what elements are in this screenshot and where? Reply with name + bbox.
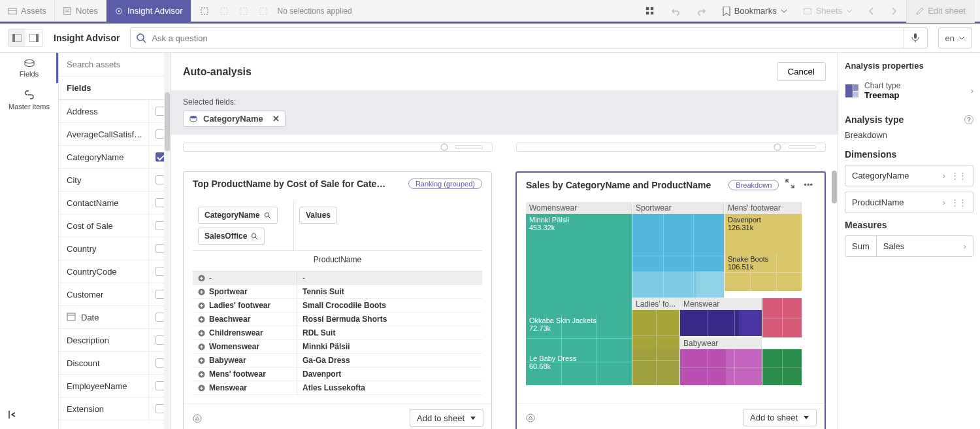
expand-icon[interactable] xyxy=(198,302,205,309)
search-assets-input[interactable] xyxy=(59,53,171,77)
bookmarks-label: Bookmarks xyxy=(734,6,777,16)
chevron-down-icon xyxy=(846,8,853,14)
table-row[interactable]: SportwearTennis Suit xyxy=(193,285,482,299)
step-fwd-icon[interactable] xyxy=(238,6,249,16)
tab-assets[interactable]: Assets xyxy=(0,0,55,22)
table-row[interactable]: Mens' footwearDavenport xyxy=(193,368,482,381)
props-measures-label: Measures xyxy=(845,220,973,230)
collapse-rail-button[interactable] xyxy=(0,402,58,429)
expand-icon[interactable] xyxy=(198,288,205,296)
expand-icon[interactable] xyxy=(198,385,205,392)
table-row[interactable]: BabywearGa-Ga Dress xyxy=(193,354,482,368)
field-row[interactable]: Date xyxy=(59,306,171,329)
table-row[interactable]: Ladies' footwearSmall Crocodile Boots xyxy=(193,299,482,313)
expand-icon[interactable] xyxy=(198,371,205,378)
expand-icon[interactable] xyxy=(198,357,205,364)
table-row[interactable]: -- xyxy=(193,271,482,285)
clear-sel-icon[interactable] xyxy=(258,6,269,16)
mic-button[interactable] xyxy=(904,28,927,48)
drag-handle-icon[interactable]: ⋮⋮ xyxy=(951,171,966,180)
assets-icon xyxy=(8,7,17,16)
dimension-categoryname[interactable]: CategoryName›⋮⋮ xyxy=(845,165,973,186)
card-breakdown-title: Sales by CategoryName and ProductName xyxy=(526,180,722,190)
expand-icon[interactable] xyxy=(198,275,205,282)
selected-field-chip[interactable]: CategoryName ✕ xyxy=(183,111,286,127)
field-row[interactable]: Discount xyxy=(59,352,171,375)
drag-handle-icon[interactable]: ⋮⋮ xyxy=(951,197,966,207)
table-row[interactable]: WomenswearMinnki Pälsii xyxy=(193,340,482,354)
view-right-panel-button[interactable] xyxy=(25,29,42,46)
field-label: City xyxy=(67,175,148,185)
field-row[interactable]: Customer xyxy=(59,283,171,306)
bookmarks-button[interactable]: Bookmarks xyxy=(716,0,794,23)
treemap-chart[interactable]: WomenswearMinnki Pälsii453.32kOkkaba Ski… xyxy=(526,202,815,385)
expand-icon[interactable] xyxy=(198,316,205,323)
fields-scrollbar[interactable] xyxy=(164,53,171,429)
edit-sheet-button[interactable]: Edit sheet xyxy=(906,0,975,23)
svg-point-28 xyxy=(441,144,448,150)
field-row[interactable]: Extension xyxy=(59,398,171,420)
explore-icon[interactable] xyxy=(191,413,203,424)
svg-line-33 xyxy=(256,237,258,239)
remove-chip-button[interactable]: ✕ xyxy=(269,114,280,124)
cancel-button[interactable]: Cancel xyxy=(777,62,826,81)
table-row[interactable]: BeachwearRossi Bermuda Shorts xyxy=(193,313,482,326)
language-value: en xyxy=(945,33,955,43)
field-row[interactable]: City xyxy=(59,169,171,192)
expand-icon[interactable] xyxy=(198,343,205,351)
expand-icon[interactable] xyxy=(198,330,205,337)
info-icon[interactable]: ? xyxy=(964,115,973,124)
add-to-sheet-button[interactable]: Add to sheet xyxy=(410,409,483,427)
selected-field-chip-label: CategoryName xyxy=(203,114,263,124)
next-sheet-button[interactable] xyxy=(884,0,904,23)
pill-salesoffice[interactable]: SalesOffice xyxy=(198,228,265,245)
collapse-card-button[interactable] xyxy=(785,179,794,190)
tab-notes-label: Notes xyxy=(76,6,98,16)
pill-values[interactable]: Values xyxy=(299,207,337,224)
add-to-sheet-button[interactable]: Add to sheet xyxy=(743,409,817,426)
grid-icon[interactable] xyxy=(639,0,661,23)
analysis-type-value: Breakdown xyxy=(845,130,973,140)
card-peek-2 xyxy=(516,143,826,152)
treemap-cell[interactable]: Davenport126.31k xyxy=(725,214,802,253)
field-row[interactable]: AverageCallSatisfac... xyxy=(59,123,171,146)
sheets-button[interactable]: Sheets xyxy=(796,0,859,23)
prop-chart-type[interactable]: Chart type Treemap › xyxy=(845,78,973,108)
sheets-label: Sheets xyxy=(816,6,842,16)
field-row[interactable]: CategoryName xyxy=(59,146,171,169)
field-label: Description xyxy=(67,335,148,345)
table-row[interactable]: MenswearAtles Lussekofta xyxy=(193,381,482,395)
field-row[interactable]: ContactName xyxy=(59,192,171,214)
chart-type-value: Treemap xyxy=(864,90,900,100)
measure-field: Sales xyxy=(883,241,905,251)
prev-sheet-button[interactable] xyxy=(862,0,881,23)
redo-button[interactable] xyxy=(690,0,713,23)
step-back-icon[interactable] xyxy=(219,6,229,16)
tab-insight-advisor[interactable]: Insight Advisor xyxy=(106,0,191,22)
field-row[interactable]: Description xyxy=(59,329,171,352)
field-row[interactable]: Country xyxy=(59,237,171,260)
field-row[interactable]: Address xyxy=(59,100,171,123)
undo-button[interactable] xyxy=(664,0,687,23)
rail-item-master[interactable]: Master items xyxy=(0,83,58,116)
svg-point-23 xyxy=(25,60,34,63)
selection-icon[interactable] xyxy=(199,6,210,16)
tab-notes[interactable]: Notes xyxy=(55,0,106,22)
language-select[interactable]: en xyxy=(938,27,972,48)
field-row[interactable]: EmployeeName xyxy=(59,375,171,398)
table-row[interactable]: ChildrenswearRDL Suit xyxy=(193,326,482,340)
card-menu-button[interactable]: ••• xyxy=(801,180,815,190)
treemap-cell[interactable]: Minnki Pälsii453.32k xyxy=(526,214,632,315)
field-row[interactable]: CountryCode xyxy=(59,260,171,283)
dimension-productname[interactable]: ProductName›⋮⋮ xyxy=(845,192,973,213)
pivot-values-header: Values xyxy=(294,201,482,250)
view-left-panel-button[interactable] xyxy=(8,29,25,46)
pill-categoryname[interactable]: CategoryName xyxy=(198,207,278,224)
field-row[interactable]: Cost of Sale xyxy=(59,214,171,237)
auto-analysis-header: Auto-analysis Cancel xyxy=(171,53,838,91)
ask-question-input[interactable] xyxy=(152,28,903,48)
measure-sales[interactable]: Sum Sales› xyxy=(845,235,973,257)
rail-item-fields[interactable]: Fields xyxy=(0,53,58,83)
center-scrollbar[interactable] xyxy=(831,53,838,429)
explore-icon[interactable] xyxy=(525,412,536,424)
